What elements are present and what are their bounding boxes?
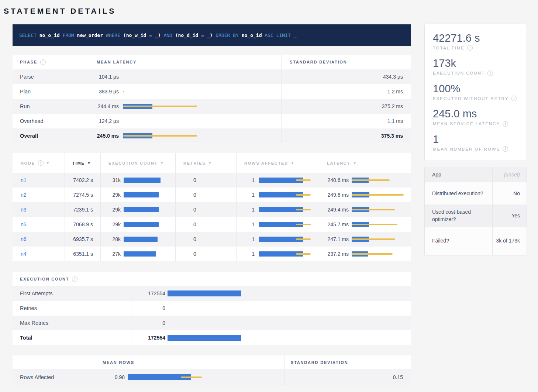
rows-affected-value: 1 <box>238 251 255 257</box>
phase-label: Plan <box>20 89 31 94</box>
info-icon[interactable]: i <box>503 121 508 127</box>
node-link[interactable]: n1 <box>21 177 27 183</box>
count-value: 0 <box>133 305 165 311</box>
mean-rows-column-header: MEAN ROWS <box>94 355 284 369</box>
table-row: Overhead 124.2 µs 1.1 ms <box>13 114 411 128</box>
rows-affected-value: 1 <box>238 177 255 183</box>
latency-bar <box>123 118 276 124</box>
rows-affected-bar <box>259 207 314 212</box>
info-icon[interactable]: i <box>467 45 473 51</box>
table-row: n5 7068.9 s 29k 0 1 245.7 ms <box>13 217 411 232</box>
attribute-label: Distributed execution? <box>425 182 492 204</box>
info-icon[interactable]: i <box>72 276 77 282</box>
standard-deviation-column-header: STANDARD DEVIATION <box>284 355 411 369</box>
table-row: First Attempts 172554 <box>13 286 411 301</box>
stat-label: TOTAL TIME <box>433 46 465 50</box>
time-value: 7402.2 s <box>73 177 93 183</box>
table-row: n1 7402.2 s 31k 0 1 240.6 ms <box>13 173 411 188</box>
node-link[interactable]: n5 <box>21 221 27 227</box>
retries-value: 0 <box>193 207 196 213</box>
node-table-body: n1 7402.2 s 31k 0 1 240.6 ms n2 7274.5 s… <box>13 173 411 261</box>
std-dev-value: 1.1 ms <box>387 118 403 124</box>
attribute-row-app: App (unset) <box>425 167 527 182</box>
mean-latency-value: 124.2 µs <box>93 118 119 124</box>
mean-rows-bar <box>128 374 279 380</box>
standard-deviation-column-header: STANDARD DEVIATION <box>281 55 411 69</box>
node-table-header: NODE i ▼ TIME ▼ EXECUTION COUNT ▼ RETRIE… <box>13 153 411 173</box>
execution-count-value: 29k <box>102 221 121 227</box>
rows-affected-value: 1 <box>238 221 255 227</box>
node-column-header[interactable]: NODE i ▼ <box>13 153 65 173</box>
time-value: 6351.1 s <box>73 251 93 257</box>
execution-count-bar <box>124 222 171 227</box>
summary-stats-card: 42271.6 s TOTAL TIMEi 173k EXECUTION COU… <box>424 24 527 161</box>
node-stats-table: NODE i ▼ TIME ▼ EXECUTION COUNT ▼ RETRIE… <box>13 153 411 261</box>
execution-count-column-header[interactable]: EXECUTION COUNT ▼ <box>100 153 175 173</box>
info-icon[interactable]: i <box>487 71 493 76</box>
latency-column-header[interactable]: LATENCY ▼ <box>319 153 411 173</box>
latency-bar <box>352 207 406 212</box>
table-row: n2 7274.5 s 29k 0 1 249.6 ms <box>13 188 411 202</box>
latency-value: 249.4 ms <box>322 207 349 213</box>
table-row: n4 6351.1 s 27k 0 1 237.2 ms <box>13 247 411 261</box>
sort-arrow-icon: ▼ <box>291 161 295 165</box>
latency-bar <box>123 133 276 138</box>
latency-value: 240.6 ms <box>322 177 349 183</box>
latency-bar <box>123 74 276 79</box>
info-icon[interactable]: i <box>503 146 508 152</box>
attribute-value: Yes <box>492 204 527 227</box>
rows-affected-column-header[interactable]: ROWS AFFECTED ▼ <box>236 153 319 173</box>
std-dev-value: 375.2 ms <box>382 103 403 109</box>
latency-bar <box>123 89 276 94</box>
node-link[interactable]: n4 <box>21 251 27 257</box>
node-link[interactable]: n2 <box>21 192 27 198</box>
empty-header-cell <box>13 355 94 369</box>
table-row: Retries 0 <box>13 301 411 316</box>
stat-label: MEAN NUMBER OF ROWS <box>433 147 500 151</box>
execution-count-title: EXECUTION COUNT i <box>13 272 77 286</box>
execution-count-value: 29k <box>102 192 121 198</box>
node-link[interactable]: n6 <box>21 236 27 242</box>
rows-affected-table: MEAN ROWS STANDARD DEVIATION Rows Affect… <box>13 355 411 385</box>
attribute-label: Failed? <box>425 227 492 255</box>
row-label: First Attempts <box>20 290 53 296</box>
time-column-header[interactable]: TIME ▼ <box>65 153 100 173</box>
sort-arrow-icon: ▼ <box>208 161 212 165</box>
attribute-value: 3k of 173k <box>492 227 527 255</box>
attribute-row-failed: Failed? 3k of 173k <box>425 227 527 255</box>
count-bar <box>168 305 406 311</box>
retries-column-header[interactable]: RETRIES ▼ <box>175 153 236 173</box>
phase-label: Overhead <box>20 118 44 124</box>
sql-statement: SELECT no_o_id FROM new_order WHERE (no_… <box>19 32 296 38</box>
time-value: 6935.7 s <box>73 236 93 242</box>
phase-latency-table: PHASE i MEAN LATENCY STANDARD DEVIATION … <box>13 55 411 143</box>
mean-rows-value: 0.98 <box>97 374 125 380</box>
phase-label: Run <box>20 103 30 109</box>
info-icon[interactable]: i <box>511 96 517 101</box>
rows-affected-value: 1 <box>238 192 255 198</box>
table-row-total: Total 172554 <box>13 330 411 345</box>
stat-mean-number-of-rows: 1 MEAN NUMBER OF ROWSi <box>433 133 523 152</box>
rows-affected-value: 1 <box>238 207 255 213</box>
phase-label: Parse <box>20 74 34 80</box>
execution-count-value: 28k <box>102 236 121 242</box>
count-bar <box>168 290 406 296</box>
mean-latency-value: 104.1 µs <box>93 74 119 80</box>
sort-arrow-icon: ▼ <box>160 161 164 165</box>
info-icon[interactable]: i <box>40 59 46 65</box>
node-link[interactable]: n3 <box>21 207 27 213</box>
row-label: Retries <box>20 305 37 311</box>
latency-bar <box>352 192 406 197</box>
execution-count-value: 27k <box>102 251 121 257</box>
table-row: Plan 383.9 µs 1.2 ms <box>13 84 411 99</box>
sql-statement-box: SELECT no_o_id FROM new_order WHERE (no_… <box>13 24 411 46</box>
rows-affected-value: 1 <box>238 236 255 242</box>
sort-arrow-icon: ▼ <box>87 161 91 165</box>
execution-count-bar <box>124 207 171 212</box>
retries-value: 0 <box>193 236 196 242</box>
stat-label: MEAN SERVICE LATENCY <box>433 121 500 126</box>
latency-value: 245.7 ms <box>322 221 349 227</box>
std-dev-value: 375.3 ms <box>381 133 403 139</box>
info-icon[interactable]: i <box>38 160 44 166</box>
stat-value: 173k <box>433 57 523 69</box>
